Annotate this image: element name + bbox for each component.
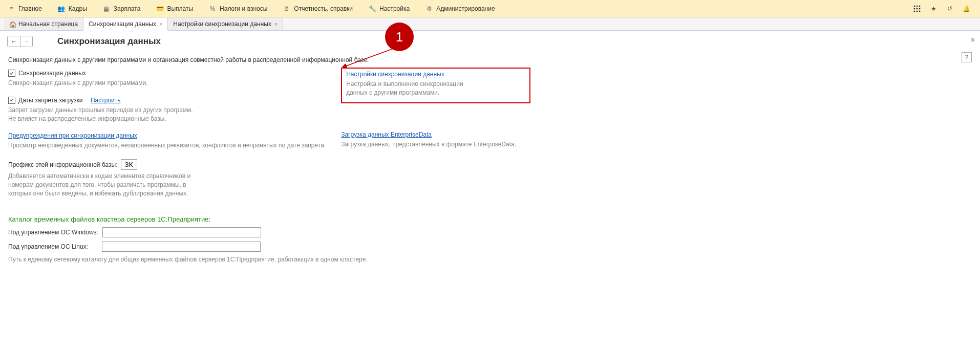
page-close-icon[interactable]: × [971,36,975,44]
apps-icon[interactable] [912,4,922,13]
page-content: Синхронизация данных с другими программа… [0,47,980,268]
menu-label: Настройка [379,5,410,12]
forward-button[interactable]: → [20,36,32,47]
cluster-section: Каталог временных файлов кластера сервер… [8,215,972,263]
page-toolbar: ← → Синхронизация данных [0,31,980,47]
menu-hr[interactable]: 👥 Кадры [54,3,90,15]
svg-point-8 [919,10,921,12]
annotation-number: 1 [396,29,403,45]
star-icon[interactable]: ★ [929,4,938,13]
help-button[interactable]: ? [962,52,972,62]
sync-checkbox-label: Синхронизация данных [18,70,86,77]
win-label: Под управлением ОС Windows: [8,229,98,236]
grid-icon: ▦ [102,5,111,13]
tab-strip: 🏠 Начальная страница Синхронизация данны… [0,17,980,31]
left-column: Синхронизация данных Синхронизация данны… [8,70,326,207]
menu-label: Налоги и взносы [220,5,267,12]
menu-taxes[interactable]: % Налоги и взносы [205,3,270,15]
prefix-input[interactable] [121,159,137,170]
prefix-label: Префикс этой информационной базы: [8,161,118,168]
menu-label: Зарплата [114,5,141,12]
doc-icon: 🗎 [283,5,291,13]
menu-admin[interactable]: ⚙ Администрирование [422,3,498,15]
svg-point-3 [914,8,915,9]
dates-checkbox[interactable] [8,97,15,104]
home-icon: 🏠 [9,21,15,27]
sync-settings-link[interactable]: Настройки синхронизации данных [346,71,444,78]
menu-icon: ≡ [7,5,15,13]
history-icon[interactable]: ↺ [945,4,954,13]
dates-configure-link[interactable]: Настроить [91,97,121,104]
svg-point-2 [919,5,921,7]
tab-label: Настройки синхронизации данных [173,20,271,28]
sync-desc: Синхронизация данных с другими программа… [8,79,326,88]
load-data-desc: Загрузка данных, представленных в формат… [341,140,530,149]
tab-close-icon[interactable]: × [274,21,278,27]
sync-settings-highlight: Настройки синхронизации данных Настройка… [341,68,530,103]
back-button[interactable]: ← [8,36,20,47]
warnings-desc: Просмотр непроведенных документов, незап… [8,141,326,150]
annotation-arrow [340,49,397,70]
tab-label: Начальная страница [18,20,78,28]
menu-label: Администрирование [436,5,495,12]
load-data-link[interactable]: Загрузка данных EnterpriseData [341,131,432,138]
menu-salary[interactable]: ▦ Зарплата [99,3,144,15]
dates-checkbox-label: Даты запрета загрузки [18,97,83,104]
people-icon: 👥 [57,5,66,13]
svg-line-9 [343,49,392,67]
page-title: Синхронизация данных [57,36,161,47]
svg-point-7 [917,10,918,12]
svg-point-5 [919,8,921,9]
nav-buttons: ← → [7,36,33,47]
menu-label: Главное [18,5,42,12]
gear-icon: ⚙ [425,5,433,13]
wrench-icon: 🔧 [368,5,376,13]
svg-point-6 [914,10,915,12]
menu-label: Отчетность, справки [294,5,353,12]
menu-main[interactable]: ≡ Главное [4,3,45,15]
cluster-title: Каталог временных файлов кластера сервер… [8,215,972,223]
tab-close-icon[interactable]: × [159,21,162,27]
tab-label: Синхронизация данных [89,20,156,28]
wallet-icon: 💳 [156,5,164,13]
main-menubar: ≡ Главное 👥 Кадры ▦ Зарплата 💳 Выплаты %… [0,0,980,17]
menu-settings[interactable]: 🔧 Настройка [365,3,413,15]
right-column: Настройки синхронизации данных Настройка… [341,70,530,207]
menu-reports[interactable]: 🗎 Отчетность, справки [280,3,356,15]
warnings-link[interactable]: Предупреждения при синхронизации данных [8,132,137,139]
annotation-marker: 1 [385,23,414,51]
tab-home[interactable]: 🏠 Начальная страница [4,17,83,30]
linux-path-input[interactable] [102,242,261,252]
svg-point-4 [917,8,918,9]
linux-label: Под управлением ОС Linux: [8,243,98,250]
tab-sync[interactable]: Синхронизация данных × [83,18,168,31]
percent-icon: % [208,5,217,13]
sync-checkbox[interactable] [8,70,15,77]
menu-label: Выплаты [167,5,193,12]
menubar-left: ≡ Главное 👥 Кадры ▦ Зарплата 💳 Выплаты %… [4,3,912,15]
bell-icon[interactable]: 🔔 [962,4,971,13]
win-path-input[interactable] [102,227,261,237]
cluster-hint: Путь к единому сетевому каталогу для общ… [8,256,972,263]
menubar-right: ★ ↺ 🔔 [912,4,976,13]
menu-label: Кадры [69,5,87,12]
sync-settings-desc: Настройка и выполнение синхронизации дан… [346,80,484,97]
dates-desc: Запрет загрузки данных прошлых периодов … [8,106,326,123]
menu-payments[interactable]: 💳 Выплаты [153,3,196,15]
svg-point-0 [914,5,915,7]
svg-point-1 [917,5,918,7]
prefix-desc: Добавляется автоматически к кодам элемен… [8,172,198,198]
intro-text: Синхронизация данных с другими программа… [8,56,962,63]
tab-sync-settings[interactable]: Настройки синхронизации данных × [168,17,283,30]
